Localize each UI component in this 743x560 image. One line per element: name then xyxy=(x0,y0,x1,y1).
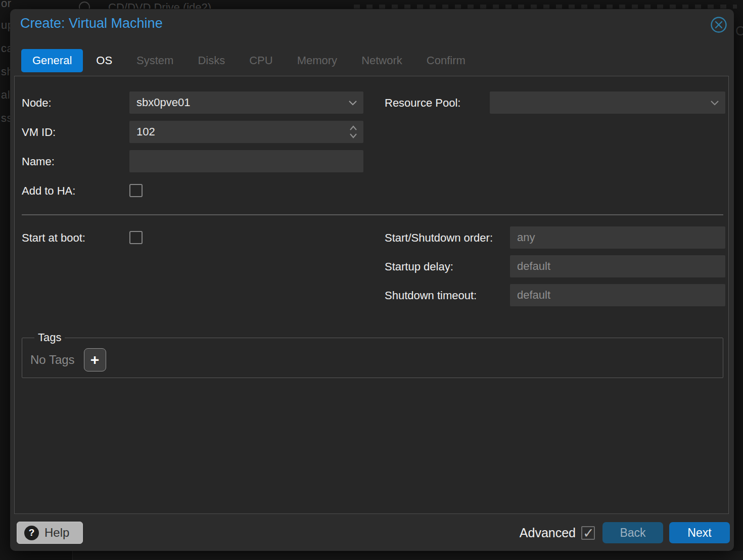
shutdown-timeout-row: Shutdown timeout: xyxy=(385,284,725,306)
help-button[interactable]: ? Help xyxy=(17,522,83,544)
help-button-label: Help xyxy=(44,526,69,540)
tab-general[interactable]: General xyxy=(21,49,83,72)
node-row: Node: xyxy=(22,91,385,114)
tab-network: Network xyxy=(350,49,413,72)
wizard-tab-bar: General OS System Disks CPU Memory Netwo… xyxy=(21,49,479,72)
add-to-ha-checkbox[interactable]: ✓ xyxy=(129,184,143,197)
vm-id-spinner-input[interactable] xyxy=(129,121,363,143)
start-shutdown-order-row: Start/Shutdown order: xyxy=(385,226,725,249)
close-icon[interactable] xyxy=(710,16,727,33)
resource-pool-row: Resource Pool: xyxy=(385,91,725,114)
node-combobox[interactable] xyxy=(129,91,363,114)
startup-delay-row: Startup delay: xyxy=(385,255,725,277)
tab-memory: Memory xyxy=(286,49,348,72)
vm-id-label: VM ID: xyxy=(22,124,129,141)
spinner-arrows-icon[interactable] xyxy=(349,125,357,141)
section-divider xyxy=(22,214,723,215)
add-to-ha-label: Add to HA: xyxy=(22,182,129,199)
no-tags-text: No Tags xyxy=(30,353,75,367)
dialog-footer: ? Help Advanced ✓ Back Next xyxy=(17,522,730,544)
advanced-checkbox[interactable]: ✓ xyxy=(581,526,595,540)
bg-bottom-strip xyxy=(73,551,743,560)
bg-clipped-text xyxy=(354,5,737,9)
chevron-down-icon[interactable] xyxy=(710,99,719,108)
tab-system: System xyxy=(125,49,184,72)
name-row: Name: xyxy=(22,150,385,172)
resource-pool-combobox[interactable] xyxy=(490,91,725,114)
checkmark-icon: ✓ xyxy=(583,525,594,541)
tags-legend: Tags xyxy=(34,331,65,344)
radio-icon xyxy=(79,2,90,9)
start-at-boot-checkbox[interactable]: ✓ xyxy=(129,231,143,244)
start-at-boot-row: Start at boot: ✓ xyxy=(22,226,385,249)
bg-sidebar-edge xyxy=(72,551,73,560)
general-tab-panel: Node: VM ID: xyxy=(14,76,729,514)
bg-hardware-row: CD/DVD Drive (ide2) xyxy=(76,0,737,9)
tab-disks: Disks xyxy=(187,49,236,72)
tags-fieldset: Tags No Tags + xyxy=(22,331,723,378)
dialog-title: Create: Virtual Machine xyxy=(20,16,163,31)
back-button[interactable]: Back xyxy=(602,522,663,543)
chevron-down-icon[interactable] xyxy=(348,99,357,108)
vm-id-row: VM ID: xyxy=(22,121,385,143)
resource-pool-label: Resource Pool: xyxy=(385,95,490,111)
shutdown-timeout-label: Shutdown timeout: xyxy=(385,287,510,304)
advanced-label: Advanced xyxy=(520,526,576,540)
bg-hardware-row-label: CD/DVD Drive (ide2) xyxy=(108,1,211,9)
shutdown-timeout-input[interactable] xyxy=(510,284,725,306)
startup-delay-input[interactable] xyxy=(510,255,725,277)
add-tag-button[interactable]: + xyxy=(84,348,106,371)
tab-os[interactable]: OS xyxy=(85,49,123,72)
name-input[interactable] xyxy=(129,150,363,172)
tab-confirm: Confirm xyxy=(415,49,477,72)
add-to-ha-row: Add to HA: ✓ xyxy=(22,179,385,202)
bg-right-fragment: C xyxy=(735,23,743,39)
start-at-boot-label: Start at boot: xyxy=(22,229,129,246)
name-label: Name: xyxy=(22,153,129,170)
bg-sidebar-fragment: or xyxy=(1,0,12,10)
start-shutdown-order-label: Start/Shutdown order: xyxy=(385,229,510,246)
tab-cpu: CPU xyxy=(238,49,284,72)
node-label: Node: xyxy=(22,95,129,111)
startup-delay-label: Startup delay: xyxy=(385,258,510,275)
next-button[interactable]: Next xyxy=(669,522,730,543)
question-mark-icon: ? xyxy=(24,526,39,540)
start-shutdown-order-input[interactable] xyxy=(510,226,725,249)
create-vm-dialog: Create: Virtual Machine General OS Syste… xyxy=(10,9,734,551)
